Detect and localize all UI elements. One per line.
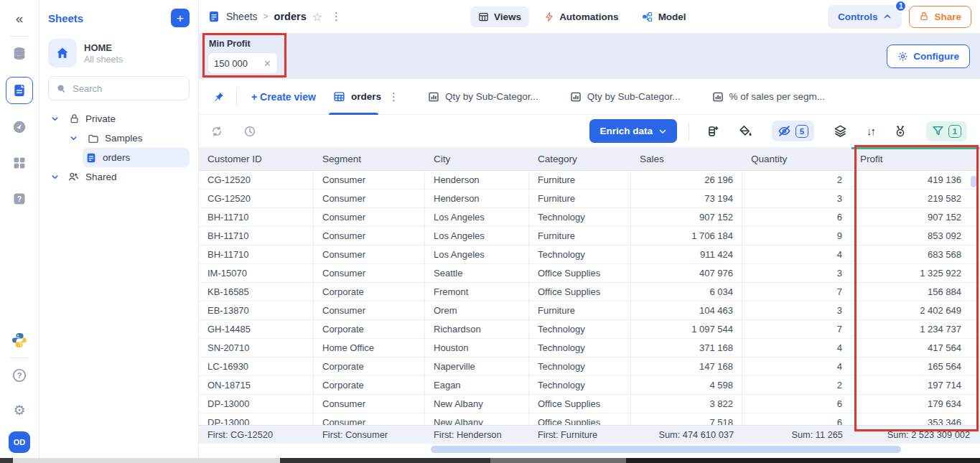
settings-gear-icon[interactable]: ⚙: [6, 397, 32, 423]
table-cell[interactable]: 1 097 544: [631, 320, 742, 338]
user-avatar[interactable]: OD: [9, 431, 30, 453]
table-cell[interactable]: BH-11710: [199, 227, 314, 245]
sheets-icon[interactable]: [6, 77, 33, 104]
sidebar-item-orders[interactable]: orders: [83, 148, 190, 167]
clear-filter-button[interactable]: ✕: [263, 58, 271, 69]
table-cell[interactable]: 4: [742, 245, 851, 263]
table-cell[interactable]: 683 568: [851, 245, 980, 263]
footer-cell[interactable]: Sum: 474 610 037: [631, 426, 742, 444]
ranking-medal-icon[interactable]: [894, 125, 907, 138]
table-cell[interactable]: 2: [742, 376, 851, 394]
table-cell[interactable]: 371 168: [631, 339, 742, 357]
favorite-star-icon[interactable]: ☆: [312, 10, 322, 24]
data-sources-icon[interactable]: [6, 41, 32, 67]
sheet-menu-kebab-icon[interactable]: ⋮: [328, 10, 345, 23]
sidebar-item-private[interactable]: Private: [48, 109, 190, 128]
table-cell[interactable]: 6: [742, 395, 851, 413]
pin-icon[interactable]: [206, 91, 232, 103]
filter-button[interactable]: 1: [926, 121, 967, 141]
table-cell[interactable]: Henderson: [425, 171, 529, 189]
table-cell[interactable]: Los Angeles: [425, 245, 529, 263]
history-clock-icon[interactable]: [243, 125, 256, 138]
help-square-icon[interactable]: ?: [6, 186, 32, 212]
table-cell[interactable]: 6: [742, 413, 851, 425]
create-view-button[interactable]: + Create view: [241, 91, 326, 103]
table-cell[interactable]: LC-16930: [199, 357, 314, 375]
table-cell[interactable]: Los Angeles: [425, 208, 529, 226]
fill-color-icon[interactable]: [739, 125, 752, 138]
column-header-category[interactable]: Category: [529, 147, 631, 170]
tab-chart-2[interactable]: Qty by Sub-Categor...: [563, 79, 688, 115]
table-cell[interactable]: 179 634: [851, 395, 980, 413]
chevron-down-icon[interactable]: [51, 173, 59, 181]
table-cell[interactable]: 3: [742, 190, 851, 207]
breadcrumb-root[interactable]: Sheets: [226, 11, 258, 22]
nav-model[interactable]: Model: [634, 6, 694, 27]
table-cell[interactable]: Consumer: [314, 190, 425, 207]
table-cell[interactable]: Consumer: [314, 395, 425, 413]
column-header-profit[interactable]: Profit: [851, 147, 980, 170]
footer-cell[interactable]: Sum: 11 265: [742, 426, 851, 444]
table-cell[interactable]: Technology: [529, 357, 631, 375]
table-cell[interactable]: Consumer: [314, 227, 425, 245]
table-cell[interactable]: 3 822: [631, 395, 742, 413]
table-cell[interactable]: Consumer: [314, 264, 425, 282]
sidebar-item-samples[interactable]: Samples: [67, 128, 190, 148]
table-cell[interactable]: 26 196: [631, 171, 742, 189]
table-cell[interactable]: Corporate: [314, 283, 425, 301]
new-sheet-button[interactable]: +: [171, 9, 190, 27]
table-cell[interactable]: Office Supplies: [529, 395, 631, 413]
table-cell[interactable]: 853 092: [851, 227, 980, 245]
table-cell[interactable]: Los Angeles: [425, 227, 529, 245]
table-cell[interactable]: Furniture: [529, 301, 631, 319]
table-cell[interactable]: Corporate: [314, 357, 425, 375]
table-cell[interactable]: SN-20710: [199, 339, 314, 357]
table-cell[interactable]: 7 518: [631, 413, 742, 425]
python-icon[interactable]: [6, 327, 32, 353]
sidebar-item-shared[interactable]: Shared: [48, 167, 190, 187]
nav-automations[interactable]: Automations: [536, 6, 627, 27]
table-cell[interactable]: Home Office: [314, 339, 425, 357]
table-cell[interactable]: 6 034: [631, 283, 742, 301]
table-cell[interactable]: CG-12520: [199, 171, 314, 189]
table-cell[interactable]: 1 706 184: [631, 227, 742, 245]
table-cell[interactable]: Office Supplies: [529, 413, 631, 425]
table-cell[interactable]: Houston: [425, 339, 529, 357]
add-column-icon[interactable]: [706, 124, 720, 138]
table-cell[interactable]: BH-11710: [199, 208, 314, 226]
table-cell[interactable]: 2: [742, 171, 851, 189]
table-cell[interactable]: 4 598: [631, 376, 742, 394]
column-header-sales[interactable]: Sales: [631, 147, 742, 170]
table-cell[interactable]: 1 325 922: [851, 264, 980, 282]
table-cell[interactable]: 6: [742, 208, 851, 226]
nav-views[interactable]: Views: [470, 6, 529, 27]
table-cell[interactable]: 73 194: [631, 190, 742, 207]
table-cell[interactable]: 104 463: [631, 301, 742, 319]
configure-button[interactable]: Configure: [887, 45, 970, 68]
table-cell[interactable]: Consumer: [314, 413, 425, 425]
group-layers-icon[interactable]: [834, 124, 847, 138]
apps-grid-icon[interactable]: [6, 150, 32, 176]
table-cell[interactable]: New Albany: [425, 413, 529, 425]
horizontal-scrollbar[interactable]: [431, 446, 901, 453]
footer-cell[interactable]: First: Consumer: [314, 426, 425, 444]
search-box[interactable]: [48, 76, 190, 100]
table-cell[interactable]: Technology: [529, 320, 631, 338]
table-cell[interactable]: 4: [742, 357, 851, 375]
table-cell[interactable]: 419 136: [851, 171, 980, 189]
footer-cell[interactable]: First: CG-12520: [199, 426, 314, 444]
table-cell[interactable]: 7: [742, 320, 851, 338]
collapse-sidebar-button[interactable]: «: [6, 6, 32, 32]
refresh-icon[interactable]: [210, 125, 223, 138]
column-header-customer-id[interactable]: Customer ID: [199, 147, 314, 170]
table-cell[interactable]: 147 168: [631, 357, 742, 375]
chevron-down-icon[interactable]: [51, 115, 59, 123]
table-cell[interactable]: 1 234 737: [851, 320, 980, 338]
table-cell[interactable]: New Albany: [425, 395, 529, 413]
table-cell[interactable]: 907 152: [631, 208, 742, 226]
footer-cell[interactable]: Sum: 2 523 309 002: [851, 426, 980, 444]
enrich-data-button[interactable]: Enrich data: [589, 119, 677, 143]
table-cell[interactable]: Seattle: [425, 264, 529, 282]
table-cell[interactable]: 165 564: [851, 357, 980, 375]
table-cell[interactable]: 156 884: [851, 283, 980, 301]
